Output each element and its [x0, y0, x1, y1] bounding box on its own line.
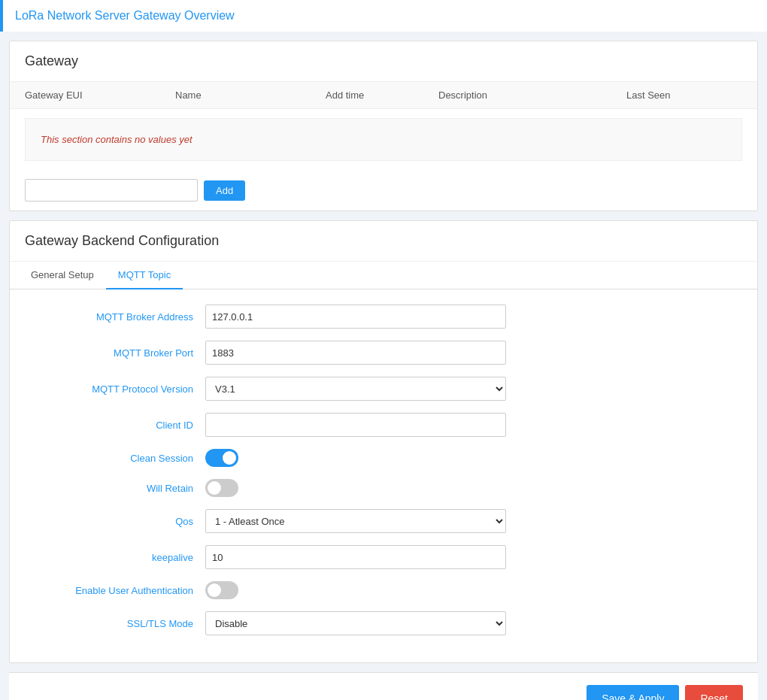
table-header: Gateway EUI Name Add time Description La…	[10, 82, 757, 109]
col-gateway-eui: Gateway EUI	[25, 89, 175, 101]
save-apply-button[interactable]: Save & Apply	[587, 685, 679, 700]
keepalive-label: keepalive	[25, 552, 205, 563]
mqtt-protocol-version-row: MQTT Protocol Version V3.1 V3.1.1 V5.0	[25, 377, 742, 401]
keepalive-input[interactable]	[205, 545, 506, 569]
tab-general-setup[interactable]: General Setup	[19, 262, 106, 289]
mqtt-protocol-version-select[interactable]: V3.1 V3.1.1 V5.0	[205, 377, 506, 401]
ssl-tls-mode-select[interactable]: Disable CA signed server certificate Sel…	[205, 611, 506, 635]
clean-session-label: Clean Session	[25, 453, 205, 464]
clean-session-row: Clean Session	[25, 449, 742, 467]
client-id-input[interactable]	[205, 413, 506, 437]
enable-user-auth-row: Enable User Authentication	[25, 581, 742, 599]
mqtt-broker-address-label: MQTT Broker Address	[25, 311, 205, 323]
mqtt-broker-port-label: MQTT Broker Port	[25, 347, 205, 359]
will-retain-label: Will Retain	[25, 483, 205, 494]
reset-button[interactable]: Reset	[685, 685, 743, 700]
tab-bar: General Setup MQTT Topic	[10, 262, 757, 289]
will-retain-toggle[interactable]	[205, 479, 238, 497]
col-last-seen: Last Seen	[626, 89, 739, 101]
page-header: LoRa Network Server Gateway Overview	[0, 0, 767, 32]
mqtt-broker-address-input[interactable]	[205, 305, 506, 329]
clean-session-slider	[205, 449, 238, 467]
backend-config-section: Gateway Backend Configuration General Se…	[9, 220, 758, 663]
qos-row: Qos 0 - At most Once 1 - Atleast Once 2 …	[25, 509, 742, 533]
keepalive-row: keepalive	[25, 545, 742, 569]
backend-config-title: Gateway Backend Configuration	[10, 221, 757, 262]
will-retain-row: Will Retain	[25, 479, 742, 497]
client-id-label: Client ID	[25, 420, 205, 431]
add-gateway-button[interactable]: Add	[204, 180, 245, 201]
mqtt-broker-address-row: MQTT Broker Address	[25, 305, 742, 329]
page-footer: Save & Apply Reset	[9, 672, 758, 700]
clean-session-toggle[interactable]	[205, 449, 238, 467]
enable-user-auth-slider	[205, 581, 238, 599]
form-body: MQTT Broker Address MQTT Broker Port MQT…	[10, 289, 757, 662]
page-title: LoRa Network Server Gateway Overview	[15, 9, 235, 22]
client-id-row: Client ID	[25, 413, 742, 437]
gateway-section-title: Gateway	[10, 41, 757, 82]
gateway-section: Gateway Gateway EUI Name Add time Descri…	[9, 41, 758, 211]
empty-section-message: This section contains no values yet	[25, 118, 742, 161]
mqtt-broker-port-row: MQTT Broker Port	[25, 341, 742, 365]
will-retain-slider	[205, 479, 238, 497]
enable-user-auth-label: Enable User Authentication	[25, 585, 205, 596]
col-add-time: Add time	[326, 89, 438, 101]
mqtt-protocol-version-label: MQTT Protocol Version	[25, 383, 205, 395]
qos-label: Qos	[25, 516, 205, 527]
col-name: Name	[175, 89, 326, 101]
tab-mqtt-topic[interactable]: MQTT Topic	[106, 262, 183, 289]
col-description: Description	[438, 89, 626, 101]
ssl-tls-mode-row: SSL/TLS Mode Disable CA signed server ce…	[25, 611, 742, 635]
add-row: Add	[10, 170, 757, 211]
qos-select[interactable]: 0 - At most Once 1 - Atleast Once 2 - Ex…	[205, 509, 506, 533]
ssl-tls-mode-label: SSL/TLS Mode	[25, 618, 205, 629]
add-gateway-input[interactable]	[25, 179, 198, 202]
mqtt-broker-port-input[interactable]	[205, 341, 506, 365]
enable-user-auth-toggle[interactable]	[205, 581, 238, 599]
